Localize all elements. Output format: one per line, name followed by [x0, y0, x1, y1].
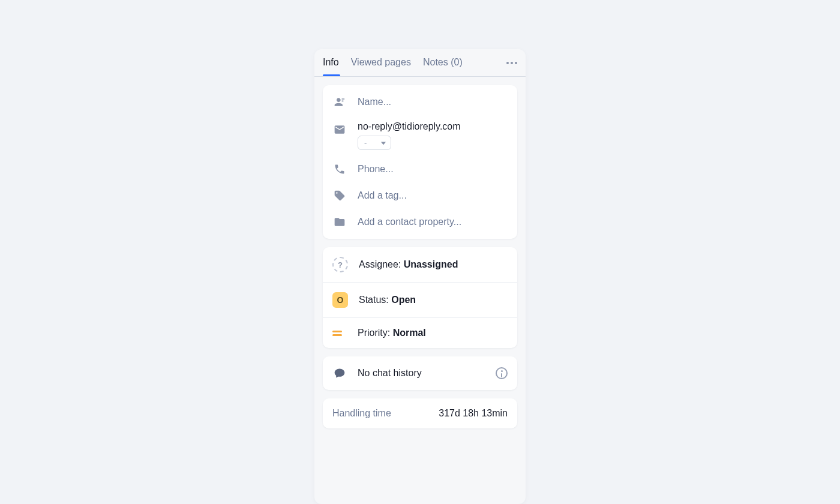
contact-card: Name... no-reply@tidioreply.com - Phone.…	[323, 85, 517, 239]
folder-icon	[332, 215, 347, 229]
priority-label: Priority: Normal	[358, 328, 426, 338]
tab-info[interactable]: Info	[323, 50, 345, 76]
chat-bubble-icon	[332, 366, 347, 380]
email-row[interactable]: no-reply@tidioreply.com -	[323, 115, 517, 156]
tag-placeholder: Add a tag...	[358, 190, 407, 201]
email-type-select[interactable]: -	[358, 136, 391, 150]
tag-row[interactable]: Add a tag...	[323, 182, 517, 209]
ticket-meta-card: ? Assignee: Unassigned O Status: Open Pr…	[323, 247, 517, 348]
tab-viewed-pages[interactable]: Viewed pages	[345, 50, 417, 76]
property-row[interactable]: Add a contact property...	[323, 209, 517, 239]
mail-icon	[332, 122, 347, 137]
handling-time-value: 317d 18h 13min	[439, 408, 508, 419]
more-tabs-button[interactable]	[506, 57, 517, 69]
svg-rect-1	[341, 101, 343, 102]
priority-row[interactable]: Priority: Normal	[323, 317, 517, 348]
status-row[interactable]: O Status: Open	[323, 282, 517, 317]
tabs-bar: Info Viewed pages Notes (0)	[314, 49, 526, 77]
phone-placeholder: Phone...	[358, 164, 394, 175]
chat-history-card: No chat history	[323, 356, 517, 390]
handling-time-label: Handling time	[332, 408, 391, 419]
assignee-label: Assignee: Unassigned	[359, 259, 458, 270]
status-open-icon: O	[332, 292, 348, 308]
person-icon	[332, 95, 347, 109]
priority-normal-icon	[332, 331, 347, 336]
email-value: no-reply@tidioreply.com	[358, 121, 461, 132]
chat-history-text: No chat history	[358, 368, 485, 379]
name-placeholder: Name...	[358, 97, 391, 107]
phone-icon	[332, 162, 347, 176]
name-row[interactable]: Name...	[323, 85, 517, 115]
tag-icon	[332, 188, 347, 203]
assignee-row[interactable]: ? Assignee: Unassigned	[323, 247, 517, 282]
panel-content: Name... no-reply@tidioreply.com - Phone.…	[314, 77, 526, 437]
phone-row[interactable]: Phone...	[323, 156, 517, 182]
property-placeholder: Add a contact property...	[358, 217, 461, 227]
contact-sidebar-panel: Info Viewed pages Notes (0) Name... no-r…	[314, 49, 526, 504]
svg-rect-0	[341, 98, 344, 100]
info-icon[interactable]	[496, 367, 508, 379]
status-label: Status: Open	[359, 295, 416, 305]
tab-notes[interactable]: Notes (0)	[417, 50, 469, 76]
handling-time-card: Handling time 317d 18h 13min	[323, 398, 517, 428]
unassigned-avatar-icon: ?	[332, 257, 348, 272]
